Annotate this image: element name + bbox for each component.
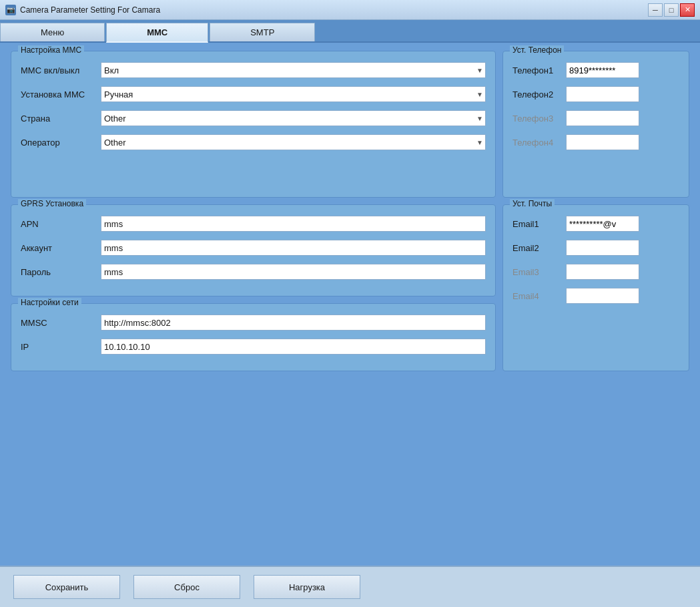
- operator-select[interactable]: Other MTS Beeline Megafon: [101, 134, 486, 150]
- network-settings-panel: Настройки сети MMSC IP: [11, 303, 496, 371]
- content-area: Настройка ММС ММС вкл/выкл Вкл Выкл ▼ Ус…: [0, 43, 700, 505]
- mmc-panel-title: Настройка ММС: [18, 45, 84, 55]
- phone3-input[interactable]: [566, 110, 639, 126]
- email4-label: Email4: [512, 291, 566, 301]
- phone2-row: Телефон2: [512, 86, 679, 102]
- account-row: Аккаунт: [21, 240, 486, 256]
- operator-row: Оператор Other MTS Beeline Megafon ▼: [21, 134, 486, 150]
- phone4-input[interactable]: [566, 134, 639, 150]
- phone2-label: Телефон2: [512, 89, 566, 99]
- phone-settings-panel: Уст. Телефон Телефон1 Телефон2 Телефон3 …: [502, 51, 689, 198]
- mmc-toggle-select[interactable]: Вкл Выкл: [101, 62, 486, 78]
- mmc-toggle-row: ММС вкл/выкл Вкл Выкл ▼: [21, 62, 486, 78]
- mmc-setup-select-wrapper: Ручная Авто ▼: [101, 86, 486, 102]
- operator-label: Оператор: [21, 138, 101, 148]
- bottom-area: [0, 505, 700, 566]
- load-button[interactable]: Нагрузка: [254, 575, 360, 599]
- window-title: Camera Parameter Setting For Camara: [20, 5, 644, 15]
- mmc-setup-label: Установка ММС: [21, 89, 101, 99]
- email-panel-title: Уст. Почты: [510, 199, 555, 208]
- window-controls: ─ □ ✕: [648, 3, 695, 17]
- maximize-button[interactable]: □: [664, 3, 679, 17]
- ip-label: IP: [21, 342, 101, 352]
- apn-row: APN: [21, 216, 486, 232]
- email2-label: Email2: [512, 243, 566, 253]
- email4-row: Email4: [512, 288, 679, 304]
- gprs-settings-panel: GPRS Установка APN Аккаунт Пароль: [11, 204, 496, 296]
- apn-input[interactable]: [101, 216, 486, 232]
- password-label: Пароль: [21, 267, 101, 277]
- bottom-buttons-bar: Сохранить Сброс Нагрузка: [0, 566, 700, 607]
- tabs-bar: Меню ММС SMTP: [0, 20, 700, 43]
- tab-mmc[interactable]: ММС: [106, 23, 208, 43]
- email1-label: Email1: [512, 219, 566, 229]
- operator-select-wrapper: Other MTS Beeline Megafon ▼: [101, 134, 486, 150]
- country-row: Страна Other Russia USA ▼: [21, 110, 486, 126]
- save-button[interactable]: Сохранить: [13, 575, 120, 599]
- country-select-wrapper: Other Russia USA ▼: [101, 110, 486, 126]
- app-icon: 📷: [5, 5, 16, 15]
- password-row: Пароль: [21, 264, 486, 280]
- bottom-panels-row: GPRS Установка APN Аккаунт Пароль: [11, 204, 689, 371]
- password-input[interactable]: [101, 264, 486, 280]
- mmsc-row: MMSC: [21, 315, 486, 331]
- phone3-row: Телефон3: [512, 110, 679, 126]
- mmc-toggle-select-wrapper: Вкл Выкл ▼: [101, 62, 486, 78]
- main-container: Меню ММС SMTP Настройка ММС ММС вкл/выкл…: [0, 20, 700, 566]
- close-button[interactable]: ✕: [680, 3, 695, 17]
- email1-input[interactable]: [566, 216, 639, 232]
- gprs-panel-title: GPRS Установка: [18, 199, 86, 208]
- phone1-row: Телефон1: [512, 62, 679, 78]
- account-input[interactable]: [101, 240, 486, 256]
- tab-smtp[interactable]: SMTP: [210, 23, 315, 41]
- email-settings-panel: Уст. Почты Email1 Email2 Email3 Email4: [502, 204, 689, 371]
- phone-panel-title: Уст. Телефон: [510, 45, 564, 55]
- phone1-input[interactable]: [566, 62, 639, 78]
- top-panels-row: Настройка ММС ММС вкл/выкл Вкл Выкл ▼ Ус…: [11, 51, 689, 198]
- apn-label: APN: [21, 219, 101, 229]
- reset-button[interactable]: Сброс: [133, 575, 240, 599]
- minimize-button[interactable]: ─: [648, 3, 663, 17]
- mmc-toggle-label: ММС вкл/выкл: [21, 65, 101, 75]
- country-select[interactable]: Other Russia USA: [101, 110, 486, 126]
- phone4-label: Телефон4: [512, 138, 566, 148]
- email2-input[interactable]: [566, 240, 639, 256]
- phone1-label: Телефон1: [512, 65, 566, 75]
- ip-row: IP: [21, 339, 486, 355]
- country-label: Страна: [21, 114, 101, 124]
- title-bar: 📷 Camera Parameter Setting For Camara ─ …: [0, 0, 700, 20]
- phone2-input[interactable]: [566, 86, 639, 102]
- mmsc-input[interactable]: [101, 315, 486, 331]
- network-panel-title: Настройки сети: [18, 298, 81, 307]
- phone4-row: Телефон4: [512, 134, 679, 150]
- email3-row: Email3: [512, 264, 679, 280]
- mmsc-label: MMSC: [21, 318, 101, 328]
- tab-menu[interactable]: Меню: [0, 23, 105, 41]
- email1-row: Email1: [512, 216, 679, 232]
- email2-row: Email2: [512, 240, 679, 256]
- email3-input[interactable]: [566, 264, 639, 280]
- email4-input[interactable]: [566, 288, 639, 304]
- account-label: Аккаунт: [21, 243, 101, 253]
- ip-input[interactable]: [101, 339, 486, 355]
- email3-label: Email3: [512, 267, 566, 277]
- phone3-label: Телефон3: [512, 114, 566, 124]
- mmc-settings-panel: Настройка ММС ММС вкл/выкл Вкл Выкл ▼ Ус…: [11, 51, 496, 198]
- mmc-setup-row: Установка ММС Ручная Авто ▼: [21, 86, 486, 102]
- mmc-setup-select[interactable]: Ручная Авто: [101, 86, 486, 102]
